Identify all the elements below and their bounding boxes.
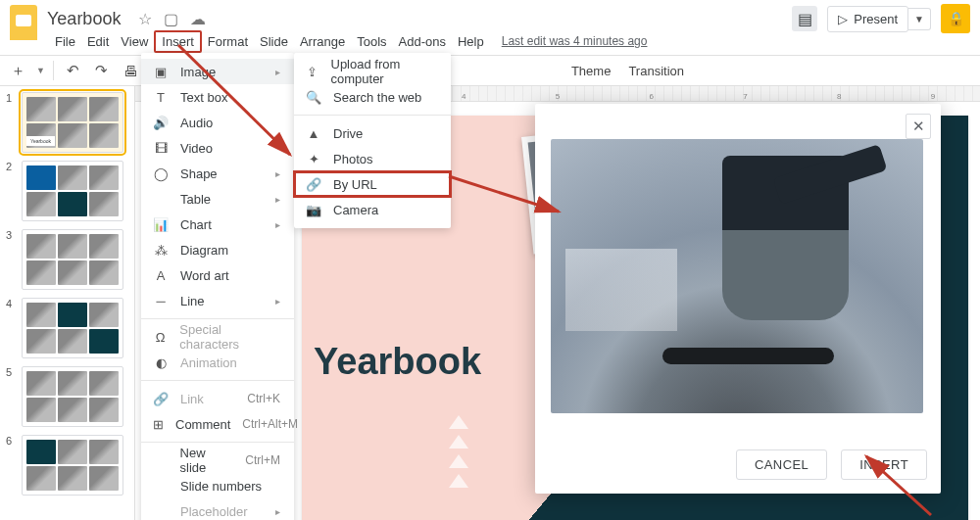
menu-format[interactable]: Format <box>202 32 254 51</box>
shape-icon: ◯ <box>153 165 169 181</box>
diagram-icon: ⁂ <box>153 242 169 258</box>
menu-insert-placeholder[interactable]: Placeholder▸ <box>141 498 294 520</box>
slide-thumb[interactable] <box>22 435 123 496</box>
last-edit-link[interactable]: Last edit was 4 minutes ago <box>502 34 648 48</box>
cloud-icon[interactable]: ☁ <box>190 10 206 28</box>
undo-button[interactable]: ↶ <box>62 58 84 83</box>
thumb-number: 4 <box>6 298 16 358</box>
slides-logo-icon <box>10 5 37 40</box>
comments-button[interactable]: ▤ <box>792 6 817 31</box>
menu-insert[interactable]: Insert <box>154 30 202 53</box>
wordart-icon: A <box>153 267 169 283</box>
present-label: Present <box>854 12 898 26</box>
menu-insert-comment[interactable]: ⊞CommentCtrl+Alt+M <box>141 411 294 437</box>
menu-insert-newslide[interactable]: New slideCtrl+M <box>141 448 294 473</box>
menu-insert-audio[interactable]: 🔊Audio <box>141 110 294 135</box>
doc-title[interactable]: Yearbook <box>47 9 121 29</box>
photos-icon: ✦ <box>306 151 321 166</box>
dialog-close-button[interactable]: ✕ <box>906 114 931 139</box>
menu-insert-link[interactable]: 🔗LinkCtrl+K <box>141 386 294 411</box>
menu-drive[interactable]: ▲Drive <box>294 120 451 146</box>
thumb-number: 3 <box>6 229 16 290</box>
thumb-number: 5 <box>6 366 16 427</box>
menu-slide[interactable]: Slide <box>254 32 294 51</box>
insert-by-url-dialog: ✕ CANCEL INSERT <box>535 104 941 494</box>
menu-upload-computer[interactable]: ⇪Upload from computer <box>294 59 451 84</box>
menu-bar: File Edit View Insert Format Slide Arran… <box>0 31 980 55</box>
tab-transition[interactable]: Transition <box>628 64 684 78</box>
image-submenu: ⇪Upload from computer 🔍Search the web ▲D… <box>294 53 451 228</box>
line-icon: ─ <box>153 293 169 308</box>
menu-search-web[interactable]: 🔍Search the web <box>294 84 451 110</box>
comment-icon: ▤ <box>798 10 812 28</box>
redo-button[interactable]: ↷ <box>90 58 113 83</box>
slide-thumb[interactable]: Yearbook <box>22 92 123 153</box>
print-button[interactable]: 🖶 <box>119 59 143 83</box>
menu-insert-slidenum[interactable]: Slide numbers <box>141 473 294 498</box>
menu-insert-wordart[interactable]: AWord art <box>141 262 294 288</box>
chart-icon: 📊 <box>153 216 169 232</box>
present-dropdown[interactable]: ▼ <box>908 8 931 30</box>
menu-edit[interactable]: Edit <box>81 32 115 51</box>
slide-thumb[interactable] <box>22 298 123 358</box>
menu-addons[interactable]: Add-ons <box>393 32 452 51</box>
thumb-number: 2 <box>6 161 16 221</box>
submenu-arrow-icon: ▸ <box>275 67 280 77</box>
link-icon: 🔗 <box>306 176 321 192</box>
close-icon: ✕ <box>912 118 925 135</box>
menu-view[interactable]: View <box>115 32 154 51</box>
insert-button[interactable]: INSERT <box>841 449 927 480</box>
move-icon[interactable]: ▢ <box>164 10 178 28</box>
image-preview <box>551 139 923 413</box>
slide-thumb[interactable] <box>22 161 123 221</box>
drive-icon: ▲ <box>306 125 321 141</box>
share-lock-button[interactable]: 🔒 <box>941 4 970 33</box>
menu-help[interactable]: Help <box>452 32 490 51</box>
menu-photos[interactable]: ✦Photos <box>294 146 451 171</box>
comment-plus-icon: ⊞ <box>153 416 164 432</box>
search-icon: 🔍 <box>306 89 321 105</box>
slide-thumbnails: 1Yearbook 2 3 4 5 6 <box>0 86 135 520</box>
image-icon: ▣ <box>153 64 169 79</box>
menu-insert-special[interactable]: ΩSpecial characters <box>141 324 294 350</box>
lock-icon: 🔒 <box>948 11 964 26</box>
tab-theme[interactable]: Theme <box>571 64 611 78</box>
cancel-button[interactable]: CANCEL <box>736 449 827 480</box>
menu-camera[interactable]: 📷Camera <box>294 197 451 222</box>
star-icon[interactable]: ☆ <box>138 10 152 28</box>
menu-arrange[interactable]: Arrange <box>294 32 351 51</box>
link-icon: 🔗 <box>153 391 169 406</box>
thumb-number: 1 <box>6 92 16 153</box>
textbox-icon: T <box>153 89 169 105</box>
slide-thumb[interactable] <box>22 229 123 290</box>
menu-insert-chart[interactable]: 📊Chart▸ <box>141 212 294 237</box>
slide-thumb[interactable] <box>22 366 123 427</box>
menu-insert-animation[interactable]: ◐Animation <box>141 350 294 375</box>
menu-file[interactable]: File <box>49 32 81 51</box>
menu-by-url[interactable]: 🔗By URL <box>294 171 451 197</box>
present-button[interactable]: ▷Present <box>827 6 908 32</box>
present-icon: ▷ <box>838 12 848 26</box>
video-icon: 🎞 <box>153 140 169 156</box>
special-char-icon: Ω <box>153 329 168 345</box>
camera-icon: 📷 <box>306 202 321 217</box>
menu-insert-video[interactable]: 🎞Video <box>141 135 294 161</box>
menu-tools[interactable]: Tools <box>351 32 392 51</box>
menu-insert-line[interactable]: ─Line▸ <box>141 288 294 313</box>
slide-title-text[interactable]: Yearbook <box>314 341 481 383</box>
menu-insert-shape[interactable]: ◯Shape▸ <box>141 161 294 186</box>
animation-icon: ◐ <box>153 355 169 370</box>
menu-insert-table[interactable]: Table▸ <box>141 186 294 212</box>
upload-icon: ⇪ <box>306 64 319 79</box>
thumb-number: 6 <box>6 435 16 496</box>
insert-dropdown: ▣Image▸ TText box 🔊Audio 🎞Video ◯Shape▸ … <box>141 53 294 520</box>
menu-insert-diagram[interactable]: ⁂Diagram <box>141 237 294 262</box>
audio-icon: 🔊 <box>153 115 169 130</box>
menu-insert-textbox[interactable]: TText box <box>141 84 294 110</box>
new-slide-button[interactable]: ＋ <box>6 58 30 84</box>
menu-insert-image[interactable]: ▣Image▸ <box>141 59 294 84</box>
